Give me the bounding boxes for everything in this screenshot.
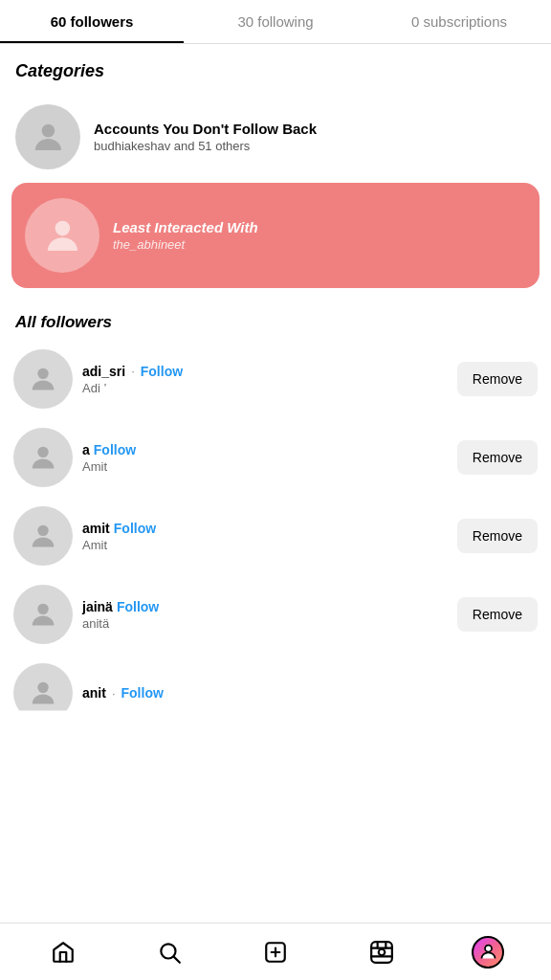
follower-row-0: adi_sri · Follow Adi ’ Remove	[0, 340, 551, 418]
category-dont-follow-back[interactable]: Accounts You Don't Follow Back budhiakes…	[0, 91, 551, 183]
tab-subscriptions[interactable]: 0 subscriptions	[367, 0, 551, 43]
follow-button-2[interactable]: Follow	[114, 521, 156, 536]
svg-point-4	[37, 525, 48, 536]
follow-button-0[interactable]: Follow	[141, 364, 183, 379]
svg-point-6	[37, 682, 48, 693]
profile-nav-icon[interactable]	[467, 931, 509, 973]
svg-point-2	[37, 368, 48, 379]
follower-avatar-1	[13, 428, 73, 487]
bottom-nav	[0, 923, 551, 980]
follower-avatar-2	[13, 506, 73, 566]
tab-followers[interactable]: 60 followers	[0, 0, 184, 43]
follower-row-3: jainä Follow anitä Remove	[0, 575, 551, 654]
remove-button-0[interactable]: Remove	[457, 362, 538, 396]
follower-info-3: jainä Follow anitä	[82, 599, 448, 631]
remove-button-1[interactable]: Remove	[457, 440, 538, 475]
svg-point-18	[485, 946, 492, 952]
reels-nav-icon[interactable]	[361, 931, 403, 973]
follower-avatar-4	[13, 663, 73, 723]
remove-button-2[interactable]: Remove	[457, 519, 538, 553]
follower-info-2: amit Follow Amit	[82, 521, 448, 552]
follower-info-4: anit · Follow	[82, 685, 538, 701]
follower-info-0: adi_sri · Follow Adi ’	[82, 364, 448, 395]
svg-point-13	[379, 948, 386, 955]
follower-row-1: a Follow Amit Remove	[0, 418, 551, 497]
home-nav-icon[interactable]	[42, 931, 84, 973]
remove-button-3[interactable]: Remove	[457, 597, 538, 632]
svg-point-1	[55, 220, 70, 235]
tab-following[interactable]: 30 following	[184, 0, 367, 43]
category-info-1: Accounts You Don't Follow Back budhiakes…	[94, 121, 317, 153]
categories-section-title: Categories	[0, 44, 551, 91]
follower-info-1: a Follow Amit	[82, 442, 448, 474]
search-nav-icon[interactable]	[148, 931, 190, 973]
follower-avatar-3	[13, 585, 73, 644]
follower-avatar-0	[13, 349, 73, 409]
follower-row-2: amit Follow Amit Remove	[0, 497, 551, 575]
svg-point-5	[37, 604, 48, 614]
follow-button-4[interactable]: Follow	[121, 685, 164, 701]
profile-avatar	[472, 936, 504, 969]
svg-line-8	[174, 956, 180, 962]
svg-point-0	[41, 123, 55, 137]
follow-button-3[interactable]: Follow	[117, 599, 159, 614]
create-nav-icon[interactable]	[254, 931, 297, 973]
all-followers-title: All followers	[0, 298, 551, 340]
category-least-interacted[interactable]: Least Interacted With the_abhineet	[11, 183, 540, 288]
tabs-bar: 60 followers 30 following 0 subscription…	[0, 0, 551, 44]
svg-point-3	[37, 447, 48, 457]
follow-button-1[interactable]: Follow	[94, 442, 136, 457]
follower-row-4: anit · Follow	[0, 654, 551, 732]
category-info-2: Least Interacted With the_abhineet	[113, 219, 258, 252]
category-avatar-1	[15, 104, 80, 169]
category-avatar-2	[25, 198, 99, 273]
svg-rect-12	[371, 942, 392, 963]
